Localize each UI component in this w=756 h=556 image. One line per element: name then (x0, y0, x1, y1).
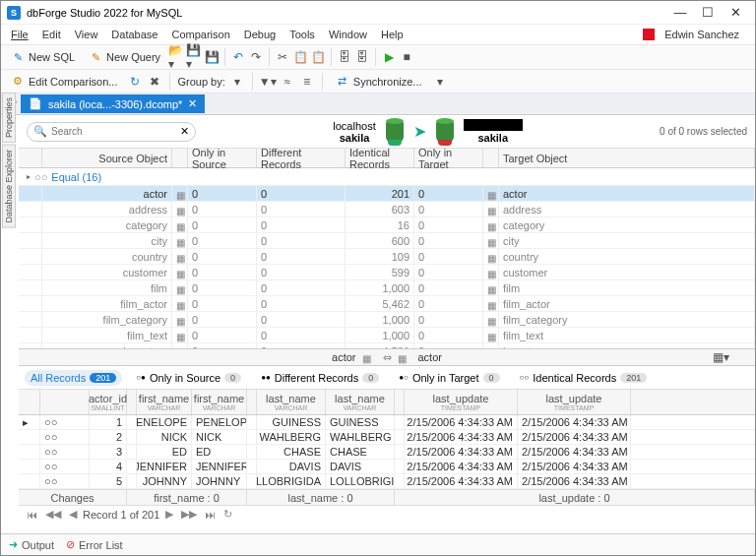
undo-icon[interactable]: ↶ (230, 49, 246, 65)
table-row[interactable]: film_category001,0000film_category (19, 312, 755, 328)
col-only-target[interactable]: Only in Target (414, 149, 483, 167)
sort-icon[interactable]: ≈ (280, 74, 295, 90)
data-col-header[interactable]: last_updateTIMESTAMP (518, 390, 631, 414)
nav-next[interactable]: ▶ (163, 508, 175, 521)
menu-view[interactable]: View (69, 27, 104, 42)
search-clear-icon[interactable]: ✕ (180, 125, 189, 138)
refresh-icon[interactable]: ↻ (127, 74, 143, 90)
table-row[interactable]: customer005990customer (19, 265, 755, 280)
db-icon-2[interactable]: 🗄 (354, 49, 370, 65)
data-col-header[interactable] (127, 390, 137, 414)
data-row[interactable]: ▸○○1PENELOPEPENELOPEGUINESSGUINESS2/15/2… (19, 415, 755, 430)
menu-help[interactable]: Help (375, 27, 410, 42)
group-equal[interactable]: ○○Equal (16) (19, 168, 755, 186)
data-col-header[interactable] (247, 390, 257, 414)
redo-icon[interactable]: ↷ (248, 49, 264, 65)
data-col-header[interactable] (19, 390, 40, 414)
table-row[interactable]: film001,0000film (19, 280, 755, 296)
data-col-header[interactable] (395, 390, 405, 414)
sync-dropdown[interactable]: ▾ (432, 74, 448, 90)
search-input[interactable] (51, 126, 176, 137)
main-toolbar: ✎New SQL ✎New Query 📂▾ 💾▾ 💾 ↶ ↷ ✂ 📋 📋 🗄 … (1, 44, 755, 70)
filter-pill[interactable]: ●○Only in Target0 (393, 370, 505, 386)
open-dropdown-icon[interactable]: 📂▾ (168, 49, 184, 65)
data-row[interactable]: ○○2NICKNICKWAHLBERGWAHLBERG2/15/2006 4:3… (19, 430, 755, 445)
compare-toolbar: ⚙Edit Comparison... ↻ ✖ Group by: ▾ ▼▾ ≈… (1, 70, 755, 93)
filter-pill[interactable]: All Records201 (25, 370, 122, 386)
status-error-list[interactable]: ⊘Error List (66, 538, 123, 551)
table-row[interactable]: address006030address (19, 202, 755, 217)
table-row[interactable]: city006000city (19, 233, 755, 249)
data-col-header[interactable]: last_nameVARCHAR (326, 390, 395, 414)
new-query-button[interactable]: ✎New Query (83, 48, 166, 66)
col-identical[interactable]: Identical Records (346, 149, 414, 167)
comparison-header: 🔍 ✕ localhost sakila ➤ sakila 0 of 0 row… (19, 115, 755, 149)
data-grid[interactable]: ▸○○1PENELOPEPENELOPEGUINESSGUINESS2/15/2… (19, 415, 755, 489)
tab-close-icon[interactable]: ✕ (188, 97, 197, 110)
search-box[interactable]: 🔍 ✕ (27, 122, 196, 142)
delete-icon[interactable]: ✖ (147, 74, 162, 90)
view-mode-icon[interactable]: ▦▾ (713, 349, 728, 365)
data-col-header[interactable]: first_nameVARCHAR (192, 390, 247, 414)
nav-first[interactable]: ⏮ (25, 509, 39, 521)
filter-icon[interactable]: ▼▾ (260, 74, 276, 90)
menu-debug[interactable]: Debug (238, 27, 282, 42)
user-label[interactable]: Edwin Sanchez (637, 25, 751, 44)
menu-edit[interactable]: Edit (36, 27, 67, 42)
grid-header: Source Object Only in Source Different R… (19, 149, 755, 168)
menu-file[interactable]: File (5, 27, 34, 42)
data-col-header[interactable]: first_nameVARCHAR (137, 390, 192, 414)
data-row[interactable]: ○○4JENNIFERJENNIFERDAVISDAVIS2/15/2006 4… (19, 460, 755, 474)
record-navigator: ⏮ ◀◀ ◀ Record 1 of 201 ▶ ▶▶ ⏭ ↻ (19, 505, 755, 523)
edit-comparison-button[interactable]: ⚙Edit Comparison... (5, 73, 123, 91)
menu-comparison[interactable]: Comparison (165, 27, 235, 42)
data-col-header[interactable]: actor_idSMALLINT (90, 390, 127, 414)
data-col-header[interactable]: last_updateTIMESTAMP (405, 390, 518, 414)
comparison-grid[interactable]: actor002010actoraddress006030addresscate… (19, 186, 755, 348)
stop-icon[interactable]: ■ (399, 49, 414, 65)
filter-pill[interactable]: ○○Identical Records201 (514, 370, 654, 386)
data-col-header[interactable]: last_nameVARCHAR (257, 390, 326, 414)
table-row[interactable]: film_text001,0000film_text (19, 328, 755, 343)
table-row[interactable]: category00160category (19, 217, 755, 233)
record-filter-bar: All Records201○●Only in Source0●●Differe… (19, 366, 755, 390)
nav-refresh[interactable]: ↻ (221, 508, 234, 521)
nav-prev[interactable]: ◀ (67, 508, 79, 521)
col-target-object[interactable]: Target Object (499, 149, 755, 167)
minimize-button[interactable]: — (666, 5, 694, 20)
menu-window[interactable]: Window (323, 27, 373, 42)
nav-prev-page[interactable]: ◀◀ (43, 508, 63, 521)
data-col-header[interactable] (40, 390, 90, 414)
save-icon[interactable]: 💾▾ (186, 49, 202, 65)
data-row[interactable]: ○○5JOHNNYJOHNNYLOLLOBRIGIDALOLLOBRIGIDA2… (19, 474, 755, 489)
new-sql-button[interactable]: ✎New SQL (5, 48, 81, 66)
tab-comparison[interactable]: 📄 sakila (loca...-3306).dcomp* ✕ (21, 94, 205, 113)
db-icon-1[interactable]: 🗄 (337, 49, 352, 65)
nav-last[interactable]: ⏭ (203, 509, 218, 521)
paste-icon[interactable]: 📋 (310, 49, 326, 65)
col-only-source[interactable]: Only in Source (188, 149, 257, 167)
data-row[interactable]: ○○3EDEDCHASECHASE2/15/2006 4:34:33 AM2/1… (19, 445, 755, 460)
save2-icon[interactable]: 💾 (204, 49, 220, 65)
col-diff[interactable]: Different Records (257, 149, 346, 167)
side-tab-db-explorer[interactable]: Database Explorer (2, 145, 16, 228)
status-output[interactable]: ➜Output (9, 538, 54, 551)
cut-icon[interactable]: ✂ (275, 49, 290, 65)
close-button[interactable]: ✕ (722, 5, 749, 20)
menu-database[interactable]: Database (105, 27, 163, 42)
copy-icon[interactable]: 📋 (292, 49, 308, 65)
filter-pill[interactable]: ●●Different Records0 (255, 370, 385, 386)
table-row[interactable]: country001090country (19, 249, 755, 265)
synchronize-button[interactable]: ⇄Synchronize... (330, 73, 428, 91)
filter-pill[interactable]: ○●Only in Source0 (130, 370, 247, 386)
table-row[interactable]: film_actor005,4620film_actor (19, 296, 755, 312)
group-by-dropdown[interactable]: ▾ (229, 74, 245, 90)
play-icon[interactable]: ▶ (381, 49, 397, 65)
layout-icon[interactable]: ≡ (299, 74, 315, 90)
col-source-object[interactable]: Source Object (42, 149, 172, 167)
side-tab-properties[interactable]: Properties (2, 93, 16, 143)
maximize-button[interactable]: ☐ (694, 5, 722, 20)
nav-next-page[interactable]: ▶▶ (179, 508, 199, 521)
menu-tools[interactable]: Tools (284, 27, 321, 42)
table-row[interactable]: actor002010actor (19, 186, 755, 202)
